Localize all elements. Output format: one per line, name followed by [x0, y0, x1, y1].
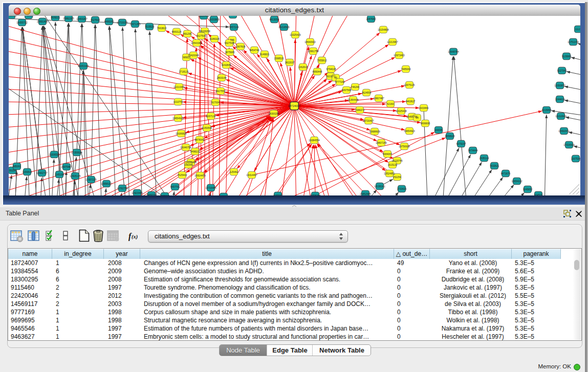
svg-text:25882305: 25882305 [63, 17, 74, 20]
svg-text:39154: 39154 [9, 169, 16, 172]
svg-text:23975887: 23975887 [61, 166, 72, 168]
svg-text:7857224: 7857224 [229, 26, 239, 29]
svg-text:9084067: 9084067 [383, 153, 393, 156]
svg-text:12975115: 12975115 [404, 84, 415, 86]
svg-text:9699695: 9699695 [421, 122, 430, 125]
svg-text:7955812: 7955812 [317, 59, 327, 62]
svg-text:15751074: 15751074 [568, 41, 579, 43]
svg-text:16033809: 16033809 [208, 18, 220, 21]
svg-text:9777169: 9777169 [335, 81, 345, 83]
svg-text:2935114: 2935114 [480, 157, 489, 160]
svg-text:11353594: 11353594 [202, 127, 212, 129]
svg-text:9457791: 9457791 [170, 186, 180, 188]
svg-text:9474444: 9474444 [468, 149, 478, 152]
svg-text:19654923: 19654923 [404, 130, 415, 133]
svg-text:18724007: 18724007 [288, 104, 301, 107]
svg-text:9327506: 9327506 [197, 35, 206, 37]
svg-text:164095: 164095 [434, 129, 443, 132]
svg-text:5498222: 5498222 [190, 150, 200, 153]
svg-text:1167534: 1167534 [571, 158, 580, 160]
svg-text:917004: 917004 [211, 101, 220, 104]
svg-text:10973493: 10973493 [394, 54, 405, 57]
svg-text:18807249: 18807249 [376, 142, 387, 144]
svg-text:(x): (x) [132, 234, 138, 240]
svg-text:13325419: 13325419 [290, 34, 301, 36]
svg-text:2803144: 2803144 [217, 77, 227, 79]
svg-text:891295: 891295 [183, 33, 191, 35]
svg-text:19314497: 19314497 [246, 174, 257, 177]
svg-text:8878342: 8878342 [195, 139, 205, 141]
svg-text:9217207: 9217207 [228, 16, 238, 16]
svg-text:4735650: 4735650 [24, 16, 34, 17]
svg-text:9227342: 9227342 [557, 70, 567, 72]
svg-text:3624554: 3624554 [362, 92, 372, 94]
svg-text:12093872: 12093872 [554, 84, 565, 87]
svg-text:15720407: 15720407 [363, 120, 374, 122]
svg-text:9129966: 9129966 [562, 55, 572, 58]
svg-text:8958928: 8958928 [445, 135, 455, 138]
svg-text:17359924: 17359924 [71, 151, 82, 154]
svg-text:18640910: 18640910 [304, 41, 316, 43]
svg-text:252254: 252254 [393, 176, 401, 179]
svg-text:12505135: 12505135 [70, 175, 81, 178]
svg-text:546: 546 [230, 39, 234, 41]
svg-text:19384554: 19384554 [309, 139, 320, 142]
svg-text:10719155: 10719155 [117, 21, 128, 24]
svg-text:17957225: 17957225 [85, 179, 97, 181]
svg-text:7632621: 7632621 [490, 165, 499, 167]
svg-text:3875685: 3875685 [225, 51, 235, 54]
svg-text:1244419: 1244419 [555, 98, 565, 101]
svg-text:10807487: 10807487 [373, 97, 384, 100]
svg-text:19166825: 19166825 [176, 133, 187, 135]
svg-text:10688609: 10688609 [369, 130, 380, 133]
svg-text:1010755: 1010755 [173, 101, 183, 103]
svg-text:16210643: 16210643 [555, 115, 567, 118]
svg-text:8660124: 8660124 [172, 31, 182, 33]
svg-text:12213369: 12213369 [173, 86, 185, 89]
svg-text:8471676: 8471676 [501, 172, 511, 175]
svg-text:8489709: 8489709 [147, 194, 157, 195]
svg-text:23706266: 23706266 [310, 194, 321, 195]
svg-text:7485063: 7485063 [401, 68, 411, 71]
svg-text:45: 45 [334, 77, 337, 79]
svg-text:9245652: 9245652 [523, 188, 533, 191]
svg-text:16914479: 16914479 [194, 174, 206, 177]
svg-text:5682115: 5682115 [160, 195, 170, 195]
svg-text:10961758: 10961758 [308, 50, 319, 53]
svg-text:64: 64 [416, 117, 419, 119]
svg-text:10654112: 10654112 [512, 180, 522, 183]
svg-text:8454749: 8454749 [250, 49, 259, 52]
svg-text:16782759: 16782759 [117, 187, 128, 190]
svg-text:22455603: 22455603 [9, 16, 17, 17]
svg-text:21364436: 21364436 [347, 99, 359, 101]
svg-text:16154808: 16154808 [378, 29, 389, 31]
svg-text:9463627: 9463627 [406, 100, 416, 103]
svg-text:1156819: 1156819 [23, 171, 32, 173]
svg-text:10958107: 10958107 [101, 183, 112, 185]
svg-text:6497568: 6497568 [342, 89, 352, 92]
svg-text:7663822: 7663822 [157, 27, 167, 30]
svg-text:12923446: 12923446 [132, 192, 143, 194]
svg-text:3822037: 3822037 [285, 61, 295, 64]
svg-text:98902: 98902 [183, 56, 190, 59]
svg-text:10543382: 10543382 [191, 42, 202, 45]
svg-text:7625402: 7625402 [178, 174, 187, 177]
svg-text:18300295: 18300295 [268, 113, 279, 115]
svg-text:15716485: 15716485 [205, 187, 216, 189]
svg-text:1839221: 1839221 [51, 16, 60, 19]
svg-text:2087682: 2087682 [366, 18, 376, 20]
svg-text:16648784: 16648784 [448, 51, 459, 53]
svg-text:15692971: 15692971 [558, 130, 570, 133]
svg-text:9242845: 9242845 [222, 64, 231, 67]
svg-text:9327508: 9327508 [225, 42, 234, 45]
svg-text:20691406: 20691406 [37, 20, 48, 23]
svg-text:7386372: 7386372 [355, 109, 365, 112]
svg-text:10025438: 10025438 [396, 110, 407, 113]
svg-text:6379197: 6379197 [456, 143, 466, 145]
svg-text:16120746: 16120746 [391, 160, 403, 162]
svg-text:17016504: 17016504 [563, 144, 575, 146]
svg-text:13524851: 13524851 [384, 172, 395, 175]
svg-text:19756928: 19756928 [399, 145, 410, 148]
svg-text:10671355: 10671355 [129, 23, 141, 26]
svg-text:8215958: 8215958 [542, 109, 552, 112]
